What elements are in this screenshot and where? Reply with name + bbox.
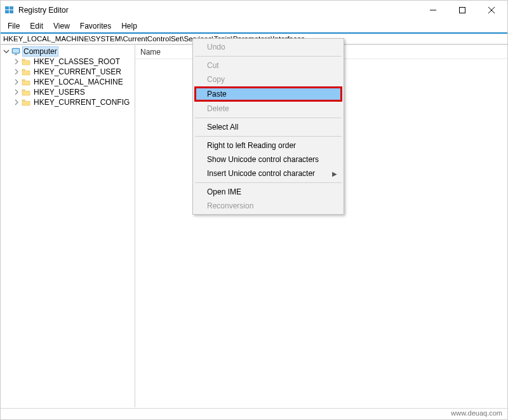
- tree-node-hkcc[interactable]: HKEY_CURRENT_CONFIG: [12, 97, 135, 107]
- expander-icon[interactable]: [2, 48, 11, 55]
- minimize-button[interactable]: [418, 1, 448, 20]
- menu-edit[interactable]: Edit: [25, 20, 48, 32]
- titlebar: Registry Editor: [1, 1, 507, 20]
- tree-label: HKEY_CURRENT_CONFIG: [32, 98, 131, 107]
- tree-node-hkcr[interactable]: HKEY_CLASSES_ROOT: [12, 57, 135, 67]
- folder-icon: [21, 88, 31, 97]
- app-icon: [4, 5, 15, 15]
- expander-icon[interactable]: [12, 99, 21, 105]
- chevron-right-icon: ▶: [332, 170, 337, 177]
- folder-icon: [21, 98, 31, 107]
- menu-favorites[interactable]: Favorites: [76, 20, 116, 32]
- menu-file[interactable]: File: [3, 20, 24, 32]
- folder-icon: [21, 57, 31, 66]
- expander-icon[interactable]: [12, 58, 21, 65]
- ctx-open-ime[interactable]: Open IME: [194, 185, 342, 199]
- tree-label: Computer: [22, 46, 58, 57]
- ctx-label: Delete: [207, 104, 229, 113]
- tree-pane: Computer HKEY_CLASSES_ROOT HKEY_CURRENT_…: [1, 45, 135, 407]
- svg-rect-11: [22, 59, 25, 60]
- ctx-insert-unicode[interactable]: Insert Unicode control character ▶: [194, 166, 342, 180]
- menu-help[interactable]: Help: [117, 20, 142, 32]
- tree-label: HKEY_LOCAL_MACHINE: [32, 78, 124, 86]
- tree-label: HKEY_CLASSES_ROOT: [32, 57, 121, 66]
- folder-icon: [21, 67, 31, 76]
- svg-rect-10: [15, 54, 17, 55]
- ctx-label: Undo: [207, 43, 225, 51]
- svg-rect-13: [22, 79, 25, 81]
- status-bar: [1, 408, 507, 409]
- tree-node-hkcu[interactable]: HKEY_CURRENT_USER: [12, 67, 135, 77]
- column-label: Name: [140, 48, 161, 57]
- folder-icon: [21, 78, 31, 86]
- ctx-separator: [195, 136, 342, 137]
- ctx-label: Copy: [207, 75, 225, 84]
- ctx-cut[interactable]: Cut: [194, 58, 342, 72]
- ctx-label: Reconversion: [207, 201, 253, 210]
- menubar: File Edit View Favorites Help: [1, 20, 507, 32]
- watermark: www.deuaq.com: [451, 409, 502, 417]
- tree-label: HKEY_CURRENT_USER: [32, 67, 123, 76]
- tree-node-hku[interactable]: HKEY_USERS: [12, 87, 135, 97]
- computer-icon: [11, 47, 21, 56]
- ctx-rtl-reading[interactable]: Right to left Reading order: [194, 139, 342, 152]
- tree-children: HKEY_CLASSES_ROOT HKEY_CURRENT_USER HKEY…: [2, 57, 135, 107]
- ctx-copy[interactable]: Copy: [194, 72, 342, 86]
- svg-rect-5: [460, 8, 465, 13]
- expander-icon[interactable]: [12, 69, 21, 75]
- svg-rect-2: [5, 10, 9, 13]
- ctx-delete[interactable]: Delete: [194, 102, 342, 116]
- tree-label: HKEY_USERS: [32, 88, 86, 97]
- ctx-undo[interactable]: Undo: [194, 40, 342, 54]
- expander-icon[interactable]: [12, 79, 21, 85]
- maximize-button[interactable]: [448, 1, 477, 20]
- ctx-select-all[interactable]: Select All: [194, 120, 342, 134]
- ctx-separator: [195, 182, 342, 183]
- svg-rect-1: [10, 6, 13, 10]
- ctx-paste[interactable]: Paste: [194, 86, 342, 102]
- svg-rect-14: [22, 90, 25, 91]
- window-title: Registry Editor: [18, 6, 69, 15]
- ctx-label: Insert Unicode control character: [207, 169, 315, 178]
- svg-rect-3: [10, 10, 13, 13]
- context-menu: Undo Cut Copy Paste Delete Select All Ri…: [192, 38, 344, 215]
- tree-node-hklm[interactable]: HKEY_LOCAL_MACHINE: [12, 77, 135, 87]
- ctx-show-unicode[interactable]: Show Unicode control characters: [194, 152, 342, 166]
- svg-rect-0: [5, 6, 9, 10]
- ctx-label: Select All: [207, 123, 238, 132]
- ctx-label: Right to left Reading order: [207, 141, 296, 150]
- ctx-separator: [195, 56, 342, 57]
- svg-rect-12: [22, 69, 25, 71]
- menu-view[interactable]: View: [49, 20, 74, 32]
- svg-rect-9: [13, 49, 19, 53]
- close-button[interactable]: [477, 1, 506, 20]
- svg-rect-15: [22, 100, 25, 101]
- expander-icon[interactable]: [12, 89, 21, 95]
- tree-root-computer[interactable]: Computer: [2, 46, 135, 57]
- ctx-label: Paste: [207, 90, 227, 98]
- ctx-separator: [195, 118, 342, 118]
- ctx-reconversion[interactable]: Reconversion: [194, 199, 342, 213]
- ctx-label: Cut: [207, 61, 219, 70]
- ctx-label: Open IME: [207, 187, 241, 196]
- ctx-label: Show Unicode control characters: [207, 155, 319, 164]
